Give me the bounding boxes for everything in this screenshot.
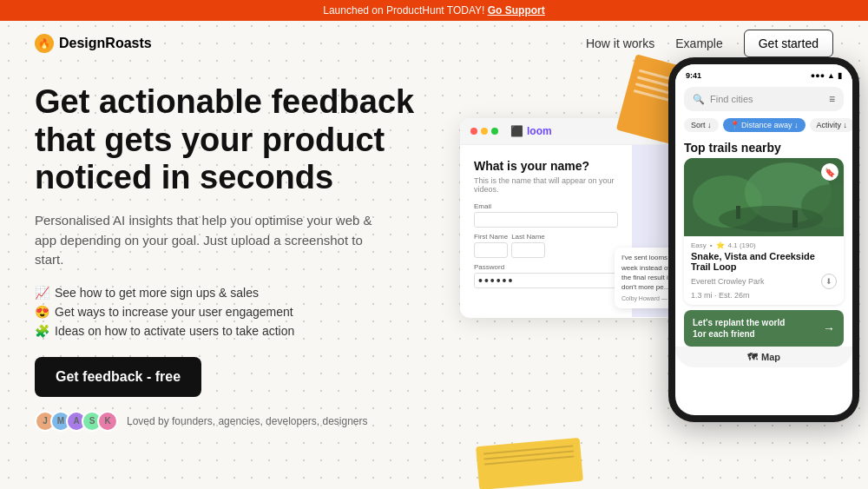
firstname-label: First Name — [474, 233, 508, 241]
avatar: K — [97, 411, 118, 432]
filter-distance-label: 📍 Distance away ↓ — [730, 121, 799, 129]
trail-info: Easy • ⭐ 4.1 (190) Snake, Vista and Cree… — [684, 236, 844, 305]
logo[interactable]: 🔥 DesignRoasts — [35, 34, 152, 53]
filter-icon: ≡ — [829, 93, 835, 105]
wifi-icon: ▲ — [827, 71, 835, 80]
nav-link-how-it-works[interactable]: How it works — [586, 36, 654, 50]
avatar-group: J M A S K — [35, 411, 118, 432]
signal-icon: ●●● — [811, 71, 825, 80]
password-field: Password •••••• — [474, 263, 618, 288]
loom-logo: ⬛ loom — [510, 125, 552, 137]
email-field: Email — [474, 202, 618, 228]
feature-item-1: 📈 See how to get more sign ups & sales — [35, 286, 451, 300]
battery-icon: ▮ — [838, 71, 842, 80]
cta-button[interactable]: Get feedback - free — [35, 357, 201, 397]
svg-point-6 — [719, 206, 823, 232]
minimize-dot[interactable] — [481, 128, 488, 135]
filter-sort-label: Sort ↓ — [691, 121, 712, 129]
nav-links: How it works Example Get started — [586, 30, 833, 57]
lastname-input[interactable] — [511, 242, 545, 258]
screenshots-section: 9:41 ●●● ▲ ▮ 🔍 Find cities ≡ Sort — [460, 66, 833, 489]
features-list: 📈 See how to get more sign ups & sales 😍… — [35, 286, 451, 338]
feature-text-1: See how to get more sign ups & sales — [55, 286, 259, 300]
feature-item-3: 🧩 Ideas on how to activate users to take… — [35, 324, 451, 338]
trail-park: Everett Crowley Park — [691, 277, 765, 286]
close-dot[interactable] — [470, 128, 477, 135]
nav-link-example[interactable]: Example — [675, 36, 722, 50]
feature-text-2: Get ways to increase your user engagemen… — [55, 305, 293, 319]
arrow-icon: → — [823, 321, 835, 335]
loom-logo-text: loom — [527, 125, 552, 137]
map-icon: 🗺 — [747, 352, 757, 362]
phone-time: 9:41 — [686, 71, 701, 80]
sticky-note-yellow — [476, 438, 583, 489]
trail-dot: • — [710, 241, 713, 249]
lastname-field: Last Name — [511, 233, 545, 258]
filter-activity[interactable]: Activity ↓ — [810, 118, 852, 132]
bookmark-icon[interactable]: 🔖 — [821, 163, 838, 181]
get-started-button[interactable]: Get started — [744, 30, 833, 57]
firstname-input[interactable] — [474, 242, 508, 258]
section-title: Top trails nearby — [675, 135, 852, 158]
filter-distance[interactable]: 📍 Distance away ↓ — [723, 118, 806, 132]
email-label: Email — [474, 202, 618, 210]
trail-rating: 4.1 (190) — [728, 241, 756, 249]
sticky-line — [483, 446, 574, 455]
green-banner-line2: 1or each friend — [693, 328, 785, 340]
filter-activity-label: Activity ↓ — [817, 121, 848, 129]
hero-section: Get actionable feedback that gets your p… — [35, 66, 451, 489]
trail-image: 🔖 — [684, 158, 844, 236]
trail-difficulty: Easy — [691, 241, 707, 249]
sticky-lines — [476, 438, 582, 472]
download-icon[interactable]: ⬇ — [821, 274, 837, 289]
trail-meta: Easy • ⭐ 4.1 (190) — [691, 241, 837, 249]
banner-link[interactable]: Go Support — [488, 4, 545, 17]
main-content: Get actionable feedback that gets your p… — [0, 66, 868, 489]
maximize-dot[interactable] — [491, 128, 498, 135]
feature-item-2: 😍 Get ways to increase your user engagem… — [35, 305, 451, 319]
trail-name: Snake, Vista and Creekside Trail Loop — [691, 251, 837, 272]
social-proof-text: Loved by founders, agencies, developers,… — [127, 415, 368, 427]
green-banner-text: Let's replant the world 1or each friend — [693, 317, 785, 340]
hero-title: Get actionable feedback that gets your p… — [35, 83, 417, 197]
trail-distance-time: 1.3 mi · Est. 26m — [691, 291, 837, 300]
filter-sort[interactable]: Sort ↓ — [684, 118, 719, 132]
trail-card[interactable]: 🔖 Easy • ⭐ 4.1 (190) Snake, Vista and Cr… — [684, 158, 844, 305]
logo-icon: 🔥 — [35, 34, 54, 53]
hero-subtitle: Personalised AI insights that help you o… — [35, 211, 382, 270]
green-replant-banner[interactable]: Let's replant the world 1or each friend … — [684, 310, 844, 347]
window-controls — [470, 128, 498, 135]
password-input[interactable]: •••••• — [474, 273, 618, 288]
feature-icon-3: 🧩 — [35, 324, 49, 338]
password-label: Password — [474, 263, 618, 271]
phone-mockup: 9:41 ●●● ▲ ▮ 🔍 Find cities ≡ Sort — [668, 57, 859, 422]
map-button-label: Map — [761, 352, 780, 362]
filter-chips-row: Sort ↓ 📍 Distance away ↓ Activity ↓ — [675, 115, 852, 135]
status-icons: ●●● ▲ ▮ — [811, 71, 842, 80]
banner-text: Launched on ProductHunt TODAY! — [323, 4, 484, 17]
lastname-label: Last Name — [511, 233, 545, 241]
phone-screen: 9:41 ●●● ▲ ▮ 🔍 Find cities ≡ Sort — [675, 64, 852, 415]
green-banner-line1: Let's replant the world — [693, 317, 785, 328]
password-dots: •••••• — [478, 274, 514, 287]
email-input[interactable] — [474, 212, 618, 228]
name-field-row: First Name Last Name — [474, 233, 618, 258]
firstname-field: First Name — [474, 233, 508, 258]
announcement-banner: Launched on ProductHunt TODAY! Go Suppor… — [0, 0, 868, 21]
social-proof: J M A S K Loved by founders, agencies, d… — [35, 411, 451, 432]
loom-form-section: What is your name? This is the name that… — [460, 145, 632, 317]
feature-icon-1: 📈 — [35, 286, 49, 300]
feature-icon-2: 😍 — [35, 305, 49, 319]
search-icon: 🔍 — [693, 94, 705, 105]
feature-text-3: Ideas on how to activate users to take a… — [55, 324, 294, 338]
search-placeholder: Find cities — [710, 94, 753, 104]
loom-form-title: What is your name? — [474, 159, 618, 173]
name-input-row: First Name Last Name — [474, 233, 618, 258]
loom-logo-icon: ⬛ — [510, 125, 523, 137]
map-button[interactable]: 🗺 Map — [675, 347, 852, 367]
phone-search-bar[interactable]: 🔍 Find cities ≡ — [684, 87, 844, 111]
loom-form-subtitle: This is the name that will appear on you… — [474, 176, 618, 194]
logo-text: DesignRoasts — [59, 36, 152, 51]
trail-location: Everett Crowley Park ⬇ — [691, 274, 837, 289]
phone-status-bar: 9:41 ●●● ▲ ▮ — [675, 64, 852, 83]
